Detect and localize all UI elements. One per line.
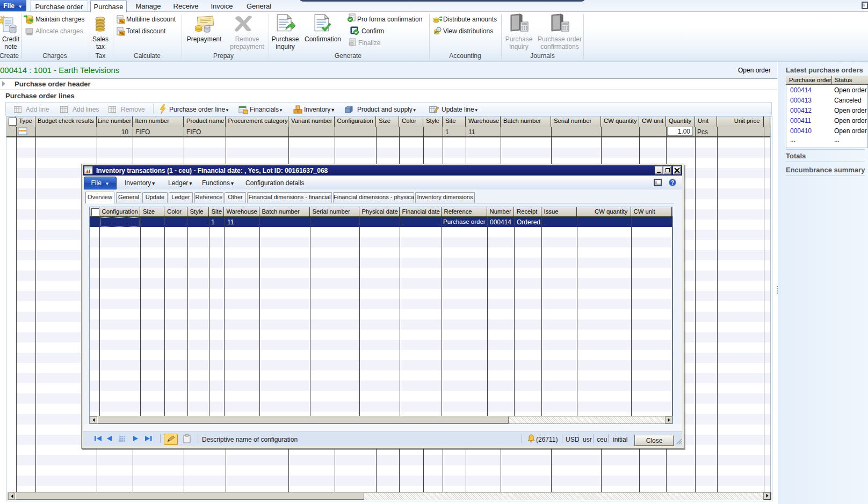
svg-text:%: %	[120, 19, 124, 24]
svg-text:%: %	[120, 31, 124, 36]
